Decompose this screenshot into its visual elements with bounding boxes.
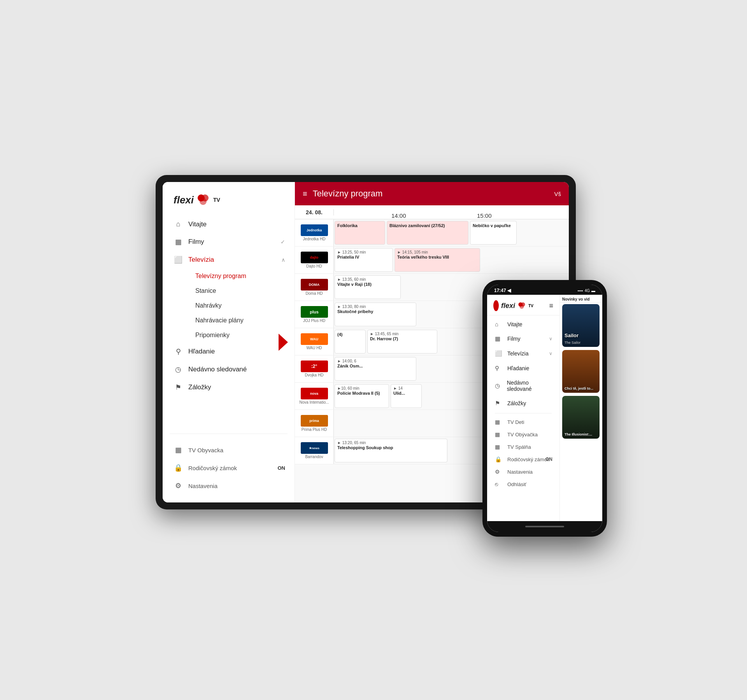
channel-logo-barrandov: ★news: [301, 442, 328, 454]
sidebar-item-stanice[interactable]: Stanice: [188, 284, 291, 298]
phone-tvobyvacka-label: TV Obývačka: [507, 432, 538, 438]
program-time: ► 14: [393, 386, 419, 390]
channel-logo-doma: DOMA: [301, 279, 328, 290]
sidebar-item-hladanie[interactable]: ⚲ Hľadanie: [167, 343, 291, 360]
phone-nav-odhlasit[interactable]: ⎋ Odhlásiť: [490, 478, 556, 490]
program-title: Vitajte v Raji (18): [337, 282, 398, 287]
phone-sidebar: flexi TV ≡ ⌂ Vit: [487, 295, 559, 521]
phone-menu-icon[interactable]: ≡: [549, 302, 553, 310]
program-block[interactable]: (4): [335, 330, 366, 354]
phone-logo-bar: flexi TV ≡: [487, 295, 559, 315]
sidebar-divider: [170, 434, 288, 434]
movie-card-sailor[interactable]: Sailor The Sailor: [562, 304, 600, 347]
channel-name-doma: Doma HD: [306, 291, 323, 296]
signal-icon: ▪▪▪▪: [577, 289, 583, 293]
program-title: Teleshopping Soukup shop: [337, 445, 445, 450]
page-title: Televízny program: [313, 189, 549, 199]
program-title: Skutočné príbehy: [337, 309, 414, 314]
tv-deti-icon: ▦: [495, 419, 503, 425]
menu-icon[interactable]: ≡: [303, 189, 307, 198]
phone-nav-tvspalnya[interactable]: ▦ TV Spálňa: [490, 441, 556, 453]
phone-nav-vitajte[interactable]: ⌂ Vitajte: [490, 317, 556, 331]
program-block[interactable]: Folklorika: [335, 221, 385, 245]
movie-subtitle-sailor: The Sailor: [565, 341, 580, 345]
sidebar-item-nastavenia[interactable]: ⚙ Nastavenia: [167, 477, 291, 495]
bookmark-icon: ⚑: [174, 383, 183, 392]
header-vs-button[interactable]: Vš: [554, 191, 561, 197]
movie-card-chci[interactable]: Chci tě, jestli to...: [562, 350, 600, 393]
home-icon: ⌂: [174, 220, 183, 228]
tablet-nav: ⌂ Vitajte ▦ Filmy ✓ ⬜ Televízia ∧: [163, 215, 295, 430]
channel-logo-dajto: dajto: [301, 252, 328, 263]
sidebar-tvobyvacka-label: TV Obyvacka: [188, 447, 223, 453]
logo-text: flexi: [174, 194, 194, 206]
program-time: ► 13:45, 65 min: [370, 332, 435, 336]
program-block[interactable]: ► 13:35, 60 min Vitajte v Raji (18): [335, 275, 401, 299]
clock-icon: ◷: [495, 382, 502, 389]
program-block[interactable]: Nebíčko v papuľke: [470, 221, 517, 245]
movie-card-illusionist[interactable]: The Illusionist:...: [562, 396, 600, 439]
phone-nav-zalozky[interactable]: ⚑ Záložky: [490, 396, 556, 411]
phone-nav-tvdeti[interactable]: ▦ TV Deti: [490, 416, 556, 428]
program-block[interactable]: ► 14:15, 105 min Teória veľkého tresku V…: [395, 248, 480, 272]
sidebar-stanice-label: Stanice: [195, 287, 216, 294]
sidebar-item-zalozky[interactable]: ⚑ Záložky: [167, 378, 291, 396]
table-row: Jednotka Jednotka HD Folklorika Bláznivo…: [295, 219, 569, 247]
program-block[interactable]: ► 13:30, 80 min Skutočné príbehy: [335, 303, 416, 326]
chevron-down-icon: ✓: [281, 239, 285, 245]
home-indicator: [525, 526, 564, 527]
program-title: Folklorika: [337, 223, 382, 228]
sidebar-item-rodicovsky[interactable]: 🔒 Rodičovský zámok ON: [167, 459, 291, 477]
logo-tv: TV: [213, 197, 220, 203]
logout-icon: ⎋: [495, 481, 503, 487]
program-time: ► 13:20, 65 min: [337, 441, 445, 445]
phone-nav-filmy[interactable]: ▦ Filmy ∨: [490, 331, 556, 346]
channel-cell-jojplus: plus JOJ Plus HD: [295, 301, 334, 328]
chevron-down-icon: ∨: [549, 351, 552, 356]
phone-nav-zalozky-label: Záložky: [507, 400, 526, 406]
sidebar-televizia-label: Televízia: [188, 256, 214, 264]
sidebar-item-tvprogram[interactable]: Televízny program: [188, 269, 291, 284]
program-title: Teória veľkého tresku VIII: [397, 254, 477, 260]
gear-icon: ⚙: [174, 481, 183, 490]
gear-icon: ⚙: [495, 469, 503, 475]
tablet-logo: flexi TV: [163, 186, 295, 215]
tv-obyvacka-icon: ▦: [495, 431, 503, 438]
program-block[interactable]: ► 14 Ulid...: [391, 384, 422, 408]
phone-nav-hladanie[interactable]: ⚲ Hľadanie: [490, 361, 556, 376]
sidebar-item-tvobyvacka[interactable]: ▦ TV Obyvacka: [167, 441, 291, 459]
sidebar-item-pripomienky[interactable]: Pripomienky: [188, 328, 291, 343]
sidebar-item-vitajte[interactable]: ⌂ Vitajte: [167, 215, 291, 233]
program-title: Bláznivo zamilovaní (27/52): [389, 223, 466, 228]
sidebar-item-nedavno[interactable]: ◷ Nedávno sledované: [167, 360, 291, 378]
sidebar-nahravkyplany-label: Nahrávacie plány: [195, 317, 244, 324]
program-block[interactable]: ► 14:00, 6 Zánik Osm...: [335, 357, 416, 381]
phone-nav-nedavno[interactable]: ◷ Nedávno sledované: [490, 376, 556, 396]
program-block[interactable]: ► 13:25, 50 min Priatelia IV: [335, 248, 393, 272]
sidebar-item-nahravkysplany[interactable]: Nahrávacie plány: [188, 313, 291, 328]
program-block[interactable]: ► 13:20, 65 min Teleshopping Soukup shop: [335, 439, 447, 462]
sidebar-zalozky-label: Záložky: [188, 383, 211, 391]
phone-nav-filmy-label: Filmy: [507, 336, 520, 342]
phone-nav-nastavenia[interactable]: ⚙ Nastavenia: [490, 466, 556, 478]
sidebar-item-nahravky[interactable]: Nahrávky: [188, 298, 291, 313]
phone-nav-rodicovsky[interactable]: 🔒 Rodičovský zámok ON: [490, 453, 556, 466]
phone-nav-televizia[interactable]: ⬜ Televízia ∨: [490, 346, 556, 361]
phone-nav-tvobyvacka[interactable]: ▦ TV Obývačka: [490, 428, 556, 441]
sidebar-item-filmy[interactable]: ▦ Filmy ✓: [167, 233, 291, 251]
program-block[interactable]: ►10, 60 min Polície Modrava II (5): [335, 384, 389, 408]
program-title: Nebíčko v papuľke: [473, 223, 514, 228]
program-block[interactable]: Bláznivo zamilovaní (27/52): [387, 221, 468, 245]
program-title: (4): [337, 332, 363, 337]
phone-nav-hladanie-label: Hľadanie: [507, 365, 529, 371]
channel-name-prima: Prima Plus HD: [302, 427, 327, 432]
movie-title-chci: Chci tě, jestli to...: [565, 387, 593, 390]
phone-nav-nedavno-label: Nedávno sledované: [507, 380, 552, 392]
lock-icon: 🔒: [495, 456, 503, 462]
channel-logo-dvojka: :2°: [301, 360, 328, 372]
phone-logo-tv: TV: [528, 304, 533, 308]
phone-logo: flexi TV: [493, 300, 533, 311]
search-icon: ⚲: [495, 365, 503, 372]
sidebar-item-televizia[interactable]: ⬜ Televízia ∧: [167, 251, 291, 269]
program-block[interactable]: ► 13:45, 65 min Dr. Harrow (7): [367, 330, 437, 354]
